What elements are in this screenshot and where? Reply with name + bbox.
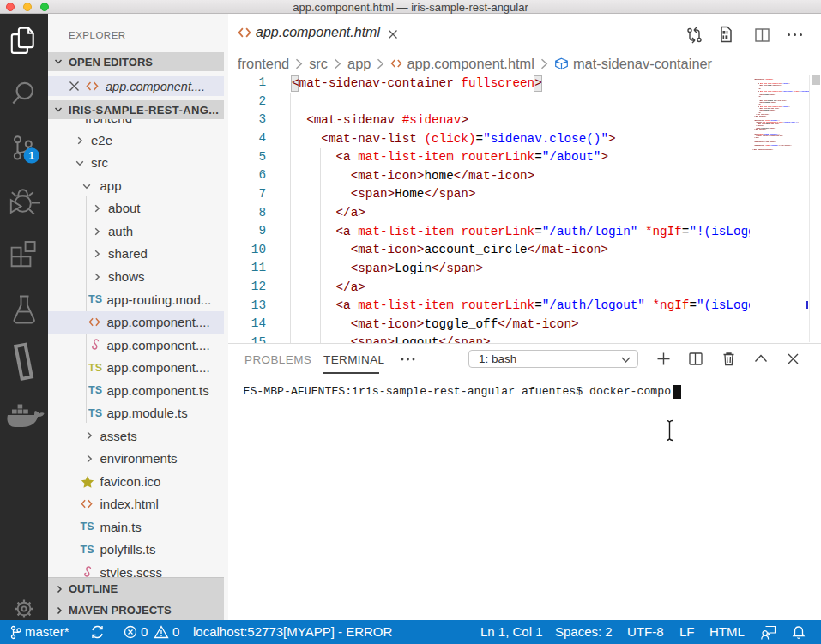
svg-text:1: 1 xyxy=(28,150,34,162)
